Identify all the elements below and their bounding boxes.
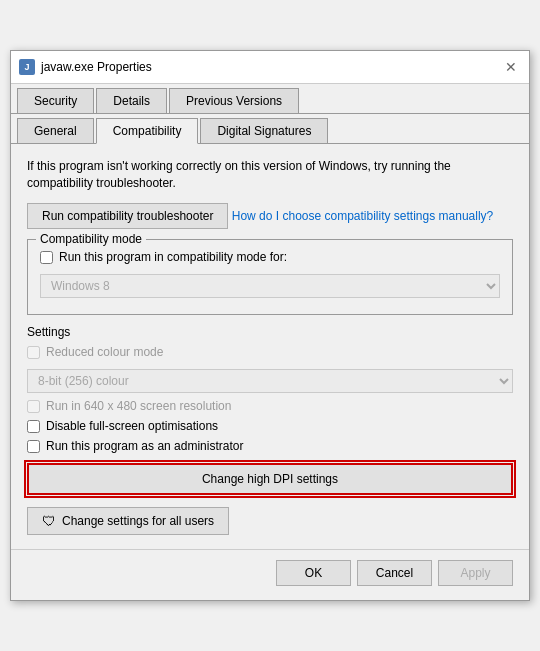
ok-button[interactable]: OK xyxy=(276,560,351,586)
compatibility-mode-group: Compatibility mode Run this program in c… xyxy=(27,239,513,315)
compatibility-mode-checkbox[interactable] xyxy=(40,251,53,264)
disable-fullscreen-row: Disable full-screen optimisations xyxy=(27,419,513,433)
reduced-colour-checkbox[interactable] xyxy=(27,346,40,359)
change-settings-label: Change settings for all users xyxy=(62,514,214,528)
title-bar-left: J javaw.exe Properties xyxy=(19,59,152,75)
tab-previous-versions[interactable]: Previous Versions xyxy=(169,88,299,114)
settings-group: Settings Reduced colour mode 8-bit (256)… xyxy=(27,325,513,495)
resolution-checkbox[interactable] xyxy=(27,400,40,413)
close-button[interactable]: ✕ xyxy=(501,57,521,77)
footer: OK Cancel Apply xyxy=(11,549,529,600)
compatibility-settings-link[interactable]: How do I choose compatibility settings m… xyxy=(232,209,493,223)
colour-depth-dropdown[interactable]: 8-bit (256) colour xyxy=(27,369,513,393)
change-dpi-button[interactable]: Change high DPI settings xyxy=(27,463,513,495)
reduced-colour-label: Reduced colour mode xyxy=(46,345,163,359)
tab-security[interactable]: Security xyxy=(17,88,94,114)
compatibility-mode-checkbox-label: Run this program in compatibility mode f… xyxy=(59,250,287,264)
app-icon: J xyxy=(19,59,35,75)
compatibility-mode-checkbox-row: Run this program in compatibility mode f… xyxy=(40,250,500,264)
resolution-label: Run in 640 x 480 screen resolution xyxy=(46,399,231,413)
cancel-button[interactable]: Cancel xyxy=(357,560,432,586)
run-as-admin-label: Run this program as an administrator xyxy=(46,439,243,453)
compatibility-mode-dropdown[interactable]: Windows 8 xyxy=(40,274,500,298)
window-title: javaw.exe Properties xyxy=(41,60,152,74)
tab-row-2: General Compatibility Digital Signatures xyxy=(11,114,529,144)
info-text: If this program isn't working correctly … xyxy=(27,158,513,192)
tab-compatibility[interactable]: Compatibility xyxy=(96,118,199,144)
title-bar: J javaw.exe Properties ✕ xyxy=(11,51,529,84)
run-as-admin-row: Run this program as an administrator xyxy=(27,439,513,453)
settings-label: Settings xyxy=(27,325,513,339)
disable-fullscreen-label: Disable full-screen optimisations xyxy=(46,419,218,433)
shield-icon: 🛡 xyxy=(42,513,56,529)
properties-window: J javaw.exe Properties ✕ Security Detail… xyxy=(10,50,530,602)
tab-general[interactable]: General xyxy=(17,118,94,144)
main-content: If this program isn't working correctly … xyxy=(11,144,529,550)
apply-button[interactable]: Apply xyxy=(438,560,513,586)
tab-digital-signatures[interactable]: Digital Signatures xyxy=(200,118,328,144)
reduced-colour-row: Reduced colour mode xyxy=(27,345,513,359)
tab-details[interactable]: Details xyxy=(96,88,167,114)
run-as-admin-checkbox[interactable] xyxy=(27,440,40,453)
change-settings-button[interactable]: 🛡 Change settings for all users xyxy=(27,507,229,535)
resolution-row: Run in 640 x 480 screen resolution xyxy=(27,399,513,413)
tab-row-1: Security Details Previous Versions xyxy=(11,84,529,114)
compatibility-mode-label: Compatibility mode xyxy=(36,232,146,246)
run-troubleshooter-button[interactable]: Run compatibility troubleshooter xyxy=(27,203,228,229)
disable-fullscreen-checkbox[interactable] xyxy=(27,420,40,433)
